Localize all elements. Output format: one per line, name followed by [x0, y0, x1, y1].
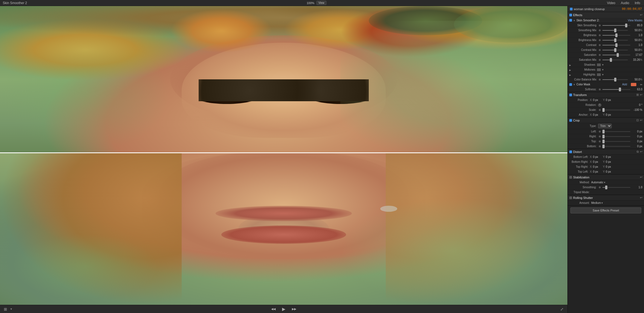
expand-button[interactable]: ⊞ — [2, 306, 9, 312]
crop-top-value[interactable]: 0 px — [630, 140, 642, 143]
scale-value[interactable]: -100 % — [630, 108, 642, 111]
stabilization-header[interactable]: Stabilization ↩ — [568, 175, 644, 180]
rotation-value[interactable]: 0 ° — [630, 103, 642, 106]
crop-right-value[interactable]: 0 px — [630, 135, 642, 138]
slider-track-10[interactable] — [602, 89, 630, 90]
view-button[interactable]: View — [317, 1, 326, 5]
anchor-x-value[interactable]: 0 px — [593, 113, 601, 116]
slider-track-9[interactable] — [602, 79, 628, 80]
effects-section-header[interactable]: Effects ↩ — [568, 12, 644, 18]
crop-right-thumb[interactable] — [602, 135, 605, 138]
crop-tool-icon[interactable] — [636, 118, 639, 122]
color-mask-expand[interactable] — [573, 83, 575, 86]
shadows-arrow[interactable]: ▼ — [602, 63, 604, 66]
distort-header[interactable]: Distort ↩ — [568, 149, 644, 155]
slider-track-8[interactable] — [602, 60, 628, 60]
distort-tl-x-value[interactable]: 0 px — [593, 170, 601, 173]
distort-tr-y-value[interactable]: 0 px — [606, 165, 614, 168]
midtones-swatch[interactable] — [597, 68, 601, 71]
play-button[interactable]: ▶ — [280, 306, 287, 312]
rotation-dial[interactable] — [598, 103, 601, 107]
slider-track-3[interactable] — [602, 35, 630, 36]
slider-thumb-9[interactable] — [614, 78, 616, 82]
stab-smoothing-track[interactable] — [602, 187, 630, 188]
video-tab[interactable]: Video — [606, 1, 616, 5]
highlights-swatch[interactable] — [597, 73, 601, 76]
scale-thumb[interactable] — [602, 108, 605, 112]
distort-tr-x-value[interactable]: 0 px — [593, 165, 601, 168]
slider-thumb-2[interactable] — [614, 28, 616, 32]
transform-reset-icon[interactable]: ↩ — [640, 93, 642, 97]
effect-enable-checkbox[interactable] — [569, 19, 572, 22]
slider-track-1[interactable] — [602, 25, 630, 26]
position-x-value[interactable]: 0 px — [593, 98, 601, 102]
slider-track-6[interactable] — [602, 50, 628, 50]
crop-type-dropdown[interactable]: Trim Crop — [598, 124, 612, 128]
slider-thumb-6[interactable] — [614, 48, 616, 52]
effects-reset-icon[interactable]: ↩ — [640, 13, 642, 17]
scale-track[interactable] — [602, 110, 630, 110]
expand-label: ▼ — [10, 308, 13, 311]
slider-track-5[interactable] — [602, 45, 630, 45]
slider-track-4[interactable] — [602, 40, 628, 40]
stab-method-arrow[interactable]: ▼ — [603, 181, 606, 184]
transform-header[interactable]: Transform ↩ — [568, 92, 644, 98]
crop-left-thumb[interactable] — [602, 130, 605, 134]
slider-thumb-3[interactable] — [615, 33, 617, 37]
slider-thumb-8[interactable] — [610, 58, 612, 62]
shadows-swatch[interactable] — [597, 63, 601, 66]
view-masks-button[interactable]: View Masks — [628, 19, 642, 22]
color-mask-checkbox[interactable] — [569, 83, 572, 86]
crop-reset-icon[interactable]: ↩ — [640, 118, 642, 122]
save-preset-button[interactable]: Save Effects Preset — [570, 207, 641, 213]
position-y-value[interactable]: 0 px — [606, 98, 614, 102]
prev-frame-button[interactable]: ◀◀ — [269, 307, 277, 311]
next-frame-button[interactable]: ▶▶ — [290, 307, 298, 311]
highlights-arrow[interactable]: ▼ — [602, 73, 604, 76]
rs-reset-icon[interactable]: ↩ — [640, 196, 642, 199]
stab-reset-icon[interactable]: ↩ — [640, 175, 642, 179]
slider-thumb-10[interactable] — [619, 88, 621, 91]
distort-tool-icon[interactable] — [637, 150, 639, 153]
stab-smoothing-thumb[interactable] — [605, 186, 607, 189]
crop-right-track[interactable] — [602, 136, 630, 137]
crop-left-track[interactable] — [602, 131, 630, 132]
effect-expand-icon[interactable] — [573, 19, 575, 22]
crop-top-track[interactable] — [602, 141, 630, 142]
rolling-shutter-header[interactable]: Rolling Shutter ↩ — [568, 195, 644, 201]
split-line[interactable] — [0, 152, 567, 153]
slider-thumb-1[interactable] — [625, 24, 627, 27]
param-label-contrast: Contrast — [569, 44, 598, 47]
crop-top-thumb[interactable] — [602, 140, 605, 143]
rs-amount-arrow[interactable]: ▼ — [601, 202, 604, 204]
midtones-arrow[interactable]: ▼ — [602, 68, 604, 71]
slider-track-2[interactable] — [602, 30, 628, 31]
transform-grid-icon[interactable] — [636, 93, 639, 97]
crop-bottom-thumb[interactable] — [602, 144, 605, 148]
crop-bottom-value[interactable]: 0 px — [630, 145, 642, 148]
distort-bl-x-value[interactable]: 0 px — [593, 155, 601, 158]
color-mask-add-button[interactable]: Add — [622, 83, 627, 86]
info-tab[interactable]: Info — [634, 1, 641, 5]
distort-br-x-value[interactable]: 0 px — [593, 160, 601, 163]
crop-bottom-track[interactable] — [602, 146, 630, 147]
distort-reset-icon[interactable]: ↩ — [640, 150, 642, 153]
stab-smoothing-value[interactable]: 1.0 — [630, 186, 642, 189]
fullscreen-button[interactable]: ⤢ — [559, 306, 565, 312]
distort-br-y-value[interactable]: 0 px — [606, 160, 614, 163]
slider-thumb-5[interactable] — [615, 43, 617, 47]
scale-link-icon[interactable]: ⊕ — [598, 108, 601, 111]
anchor-y-value[interactable]: 0 px — [606, 113, 614, 116]
slider-thumb-7[interactable] — [617, 53, 619, 57]
distort-bl-y-value[interactable]: 0 px — [606, 155, 614, 158]
audio-tab[interactable]: Audio — [620, 1, 630, 5]
video-canvas[interactable] — [0, 6, 567, 305]
color-mask-edit-icon[interactable] — [640, 83, 642, 86]
slider-thumb-4[interactable] — [614, 38, 616, 42]
crop-left-value[interactable]: 0 px — [630, 130, 642, 133]
distort-tl-y-value[interactable]: 0 px — [606, 170, 614, 173]
color-mask-swatch[interactable] — [631, 83, 636, 86]
slider-track-7[interactable] — [602, 55, 630, 55]
scale-label: Scale: — [569, 108, 598, 111]
crop-header[interactable]: Crop ↩ — [568, 118, 644, 123]
